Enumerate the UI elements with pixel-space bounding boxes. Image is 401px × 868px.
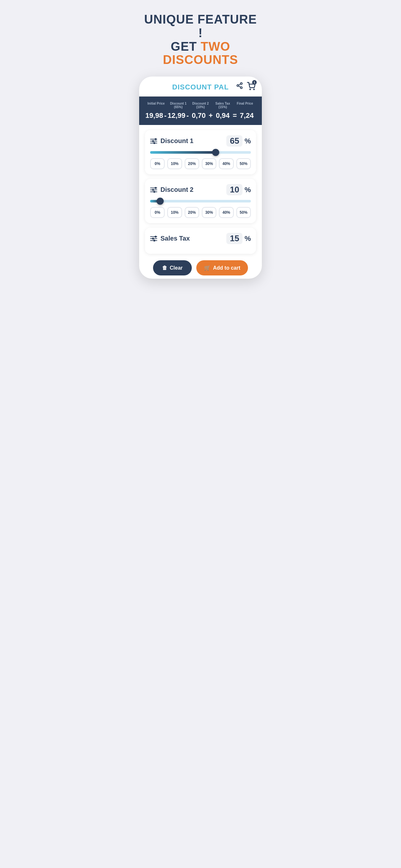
clear-label: Clear: [170, 265, 183, 271]
svg-point-5: [250, 89, 251, 90]
sliders-line-2: [150, 141, 157, 142]
discount1-btn-10[interactable]: 10%: [167, 158, 182, 169]
discount1-slider-thumb[interactable]: [212, 149, 219, 156]
discount1-btn-30[interactable]: 30%: [202, 158, 216, 169]
label-discount1: Discount 1(65%): [167, 102, 189, 109]
discount2-slider-thumb[interactable]: [157, 197, 164, 205]
discount2-btn-50[interactable]: 50%: [236, 207, 251, 218]
app-header: DISCOUNT PAL: [139, 76, 262, 97]
add-to-cart-button[interactable]: 🛒 Add to cart: [196, 260, 248, 275]
sales-tax-title-group: Sales Tax: [150, 235, 190, 242]
discount1-slider-container: [150, 151, 251, 154]
sliders-line-tax-2: [150, 238, 157, 239]
sliders-line-tax-3: [150, 240, 157, 241]
svg-line-4: [239, 84, 241, 85]
discount1-slider-fill: [150, 151, 216, 154]
discount1-slider-track[interactable]: [150, 151, 251, 154]
discount1-btn-20[interactable]: 20%: [185, 158, 199, 169]
sliders-line-d2-1: [150, 188, 157, 188]
operator-2: -: [186, 112, 189, 120]
sales-tax-percent: %: [244, 235, 251, 243]
sliders-line-1: [150, 139, 157, 140]
discount1-section: Discount 1 65 % 0% 10%: [145, 130, 256, 175]
sales-tax-title: Sales Tax: [160, 235, 190, 242]
discount2-slider-track[interactable]: [150, 200, 251, 203]
sliders-line-tax-1: [150, 237, 157, 237]
svg-point-6: [254, 89, 254, 90]
app-content: Discount 1 65 % 0% 10%: [139, 125, 262, 260]
discount1-header: Discount 1 65 %: [150, 135, 251, 147]
value-discount2: 0,70: [189, 112, 208, 120]
discount2-btn-40[interactable]: 40%: [219, 207, 234, 218]
value-initial-price: 19,98: [145, 112, 164, 120]
discount2-value: 10: [226, 184, 243, 195]
discount1-percent: %: [244, 137, 251, 145]
headline-get: GET: [171, 40, 197, 53]
summary-labels: Initial Price Discount 1(65%) Discount 2…: [145, 102, 256, 109]
cart-plus-icon: 🛒: [204, 265, 211, 271]
discount2-title: Discount 2: [160, 186, 193, 193]
label-final-price: Final Price: [234, 102, 256, 109]
share-icon[interactable]: [236, 82, 243, 92]
discount1-btn-40[interactable]: 40%: [219, 158, 234, 169]
discount1-title: Discount 1: [160, 137, 193, 145]
discount1-btn-50[interactable]: 50%: [236, 158, 251, 169]
discount2-header: Discount 2 10 %: [150, 184, 251, 195]
discount1-title-group: Discount 1: [150, 137, 193, 145]
page-wrapper: UNIQUE FEATURE ! GET TWO DISCOUNTS DISCO…: [134, 0, 267, 291]
sliders-icon-d1: [150, 139, 157, 144]
app-title: DISCOUNT PAL: [172, 83, 228, 91]
discount2-btn-0[interactable]: 0%: [150, 207, 165, 218]
clear-button[interactable]: 🗑 Clear: [153, 260, 192, 275]
discount2-title-group: Discount 2: [150, 186, 193, 193]
headline-line1: UNIQUE FEATURE !: [140, 13, 261, 40]
discount1-btn-0[interactable]: 0%: [150, 158, 165, 169]
discount2-slider-container: [150, 200, 251, 203]
sliders-line-3: [150, 143, 157, 144]
sales-tax-header: Sales Tax 15 %: [150, 233, 251, 244]
discount2-value-group: 10 %: [226, 184, 251, 195]
label-sales-tax: Sales Tax(15%): [212, 102, 234, 109]
discount2-slider-bg: [150, 200, 251, 203]
sliders-line-d2-3: [150, 191, 157, 192]
discount2-percent: %: [244, 186, 251, 194]
sales-tax-value-group: 15 %: [226, 233, 251, 244]
discount2-section: Discount 2 10 % 0% 10%: [145, 179, 256, 223]
value-sales-tax: 0,94: [213, 112, 232, 120]
discount2-quick-select: 0% 10% 20% 30% 40% 50%: [150, 207, 251, 218]
sales-tax-section: Sales Tax 15 %: [145, 228, 256, 254]
svg-line-3: [239, 86, 241, 88]
sliders-icon-tax: [150, 237, 157, 241]
operator-1: -: [164, 112, 167, 120]
label-initial-price: Initial Price: [145, 102, 167, 109]
bottom-buttons: 🗑 Clear 🛒 Add to cart: [139, 260, 262, 279]
phone-frame: DISCOUNT PAL: [139, 76, 262, 279]
discount1-value: 65: [226, 135, 243, 147]
headline: UNIQUE FEATURE ! GET TWO DISCOUNTS: [140, 13, 261, 67]
discount1-quick-select: 0% 10% 20% 30% 40% 50%: [150, 158, 251, 169]
discount1-value-group: 65 %: [226, 135, 251, 147]
label-discount2: Discount 2(10%): [189, 102, 212, 109]
cart-badge: 1: [252, 80, 257, 85]
discount2-btn-30[interactable]: 30%: [202, 207, 216, 218]
summary-values: 19,98 - 12,99 - 0,70 + 0,94 = 7,24: [145, 112, 256, 120]
operator-3: +: [208, 112, 213, 120]
header-icons: 1: [236, 82, 255, 92]
sales-tax-value: 15: [226, 233, 243, 244]
add-cart-label: Add to cart: [213, 265, 240, 271]
trash-icon: 🗑: [162, 265, 167, 271]
summary-card: Initial Price Discount 1(65%) Discount 2…: [139, 97, 262, 125]
sliders-line-d2-2: [150, 190, 157, 190]
discount2-btn-20[interactable]: 20%: [185, 207, 199, 218]
headline-line2: GET TWO DISCOUNTS: [140, 40, 261, 67]
operator-4: =: [232, 112, 238, 120]
sliders-icon-d2: [150, 188, 157, 192]
discount2-btn-10[interactable]: 10%: [167, 207, 182, 218]
value-final-price: 7,24: [238, 112, 256, 120]
value-discount1: 12,99: [167, 112, 186, 120]
cart-icon[interactable]: 1: [247, 82, 255, 92]
